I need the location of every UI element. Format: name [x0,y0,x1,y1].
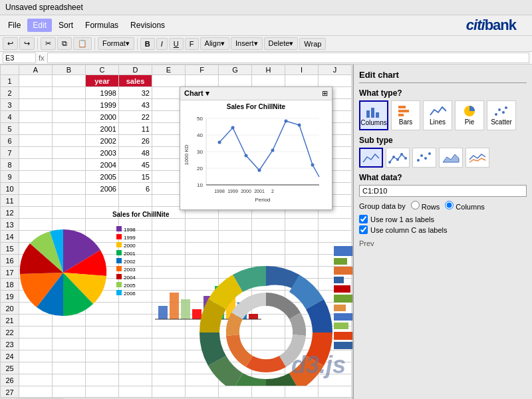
svg-text:2000: 2000 [241,189,251,194]
chart-panel[interactable]: Chart ▾ ⊞ Sales For ChillNite 50 40 30 2… [180,86,332,210]
cell-g1[interactable] [219,75,252,87]
menu-sort[interactable]: Sort [53,19,78,32]
cell-i1[interactable] [285,75,319,87]
cell-b6[interactable] [53,135,86,147]
cell-c5[interactable]: 2001 [86,123,119,135]
cell-a2[interactable] [19,87,53,99]
cell-a8[interactable] [19,159,53,171]
subtype-1[interactable] [359,148,383,168]
copy-button[interactable]: ⧉ [57,37,72,50]
insert-button[interactable]: Insert▾ [231,37,263,50]
cell-d2[interactable]: 32 [119,87,152,99]
cell-d10[interactable]: 6 [119,183,152,195]
svg-text:20: 20 [197,166,203,172]
chart-panel-header: Chart ▾ ⊞ [180,87,332,100]
delete-button[interactable]: Delete▾ [264,37,299,50]
cell-b8[interactable] [53,159,86,171]
cell-c1[interactable]: year [86,75,119,87]
table-row: 27 [1,386,352,398]
svg-rect-83 [334,332,352,340]
cell-b3[interactable] [53,99,86,111]
cell-c8[interactable]: 2004 [86,159,119,171]
cell-c6[interactable]: 2002 [86,135,119,147]
cell-b7[interactable] [53,147,86,159]
cell-b5[interactable] [53,123,86,135]
cell-d6[interactable]: 26 [119,135,152,147]
cell-b2[interactable] [53,87,86,99]
use-row1-checkbox[interactable] [359,215,368,223]
undo-button[interactable]: ↩ [3,37,18,50]
cell-c9[interactable]: 2005 [86,171,119,183]
cell-b1[interactable] [53,75,86,87]
use-colc-checkbox[interactable] [359,225,368,234]
chart-panel-title[interactable]: Chart ▾ [184,89,209,98]
cell-d4[interactable]: 22 [119,111,152,123]
cell-b9[interactable] [53,171,86,183]
italic-button[interactable]: I [156,38,168,50]
columns-radio[interactable] [445,201,454,209]
chart-type-lines[interactable]: Lines [423,100,452,130]
subtype-2[interactable] [386,148,410,168]
cell-d9[interactable]: 15 [119,171,152,183]
row-number-7: 7 [1,147,19,159]
cell-d7[interactable]: 48 [119,147,152,159]
menu-edit[interactable]: Edit [27,19,52,32]
format-button[interactable]: Format▾ [98,37,134,50]
menu-file[interactable]: File [3,19,26,32]
cell-d3[interactable]: 43 [119,99,152,111]
underline-button[interactable]: U [169,38,184,50]
menu-revisions[interactable]: Revisions [125,19,170,32]
svg-point-45 [420,154,423,157]
cell-b10[interactable] [53,183,86,195]
menu-formulas[interactable]: Formulas [80,19,124,32]
cell-a6[interactable] [19,135,53,147]
cell-a5[interactable] [19,123,53,135]
cut-button[interactable]: ✂ [41,37,56,50]
chart-type-bars[interactable]: Bars [391,100,420,130]
cell-reference-input[interactable] [3,53,36,63]
use-row1-option[interactable]: Use row 1 as labels [359,215,527,223]
col-header-h: H [252,65,285,75]
cell-d8[interactable]: 45 [119,159,152,171]
rows-radio-label[interactable]: Rows [411,201,440,211]
subtype-3[interactable] [412,148,436,168]
cell-c3[interactable]: 1999 [86,99,119,111]
cell-c10[interactable]: 2006 [86,183,119,195]
use-colc-option[interactable]: Use column C as labels [359,225,527,234]
data-range-input[interactable] [359,185,527,197]
subtype-5[interactable] [466,148,489,168]
chart-type-scatter[interactable]: Scatter [487,100,516,130]
bold-button[interactable]: B [140,38,155,50]
subtype-4[interactable] [439,148,463,168]
cell-a7[interactable] [19,147,53,159]
chart-panel-resize[interactable]: ⊞ [322,89,328,98]
chart-type-pie[interactable]: Pie [455,100,484,130]
svg-rect-28 [366,110,370,118]
cell-j1[interactable] [319,75,352,87]
cell-c2[interactable]: 1998 [86,87,119,99]
cell-a4[interactable] [19,111,53,123]
cell-e1[interactable] [152,75,186,87]
cell-a3[interactable] [19,99,53,111]
cell-c7[interactable]: 2003 [86,147,119,159]
cell-c4[interactable]: 2000 [86,111,119,123]
redo-button[interactable]: ↪ [19,37,35,50]
chart-type-columns[interactable]: Columns [359,100,388,130]
formula-input[interactable] [47,53,529,63]
cell-b4[interactable] [53,111,86,123]
columns-radio-label[interactable]: Columns [445,201,484,211]
wrap-button[interactable]: Wrap [299,38,326,50]
cell-a9[interactable] [19,171,53,183]
font-button[interactable]: F [185,38,199,50]
cell-d5[interactable]: 11 [119,123,152,135]
cell-h1[interactable] [252,75,285,87]
paste-button[interactable]: 📋 [73,37,92,50]
cell-d1[interactable]: sales [119,75,152,87]
col-header-j: J [319,65,352,75]
rows-radio[interactable] [411,201,420,209]
svg-text:1999: 1999 [227,189,238,194]
cell-a10[interactable] [19,183,53,195]
cell-f1[interactable] [186,75,219,87]
align-button[interactable]: Align▾ [200,37,229,50]
cell-a1[interactable] [19,75,53,87]
